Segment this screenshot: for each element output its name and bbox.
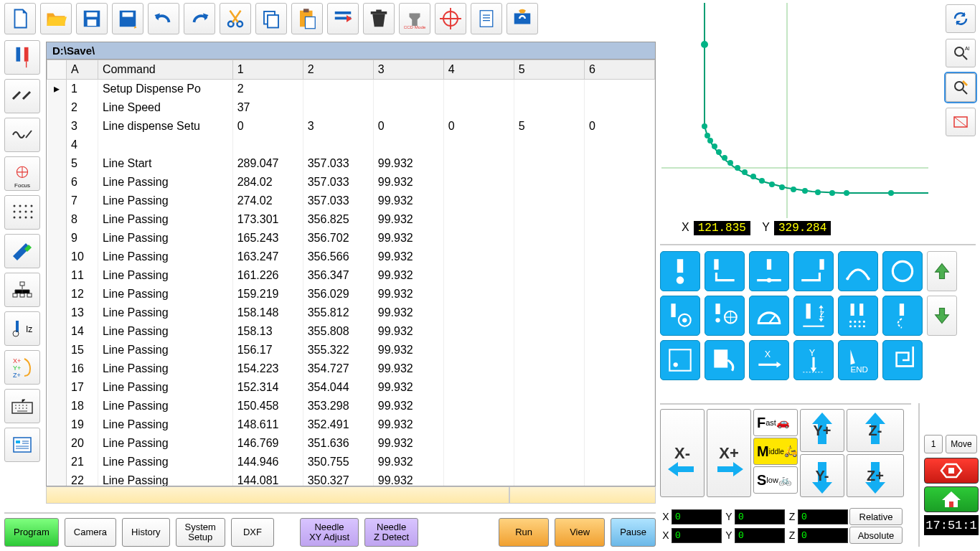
line-setup-button[interactable] bbox=[705, 296, 745, 336]
rel-x-input[interactable]: 0 bbox=[672, 509, 722, 524]
wave-tool-button[interactable] bbox=[4, 118, 40, 152]
pause-button[interactable]: Pause bbox=[611, 518, 656, 547]
grid-tool-button[interactable] bbox=[4, 195, 40, 230]
speed-fast-button[interactable]: Fast 🚗 bbox=[753, 409, 798, 436]
system-setup-tab[interactable]: System Setup bbox=[176, 518, 225, 547]
needle-array-button[interactable] bbox=[838, 296, 878, 336]
tree-tool-button[interactable] bbox=[4, 273, 40, 307]
needle-tool-button[interactable] bbox=[4, 40, 40, 75]
y-offset-button[interactable]: Y bbox=[793, 340, 834, 380]
jog-y-plus[interactable]: Y+ bbox=[800, 409, 844, 452]
undo-button[interactable] bbox=[148, 3, 179, 34]
mark-point-button[interactable] bbox=[660, 340, 700, 380]
speed-button[interactable] bbox=[749, 296, 789, 336]
redo-button[interactable] bbox=[184, 3, 215, 34]
xyz-offset-button[interactable]: X+Y+Z+ bbox=[4, 350, 40, 385]
table-row[interactable]: 17Line Passing152.314354.04499.932 bbox=[47, 378, 655, 397]
table-row[interactable]: 12Line Passing159.219356.02999.932 bbox=[47, 285, 655, 303]
jog-x-plus[interactable]: X+ bbox=[707, 409, 751, 497]
z-clearance-button[interactable]: Z bbox=[793, 296, 834, 336]
rel-y-input[interactable]: 0 bbox=[735, 509, 785, 524]
list-down-button[interactable] bbox=[927, 296, 957, 336]
table-row[interactable]: ▸1Setup Dispense Po2 bbox=[47, 80, 655, 98]
table-row[interactable]: 4 bbox=[47, 136, 655, 154]
save-as-button[interactable] bbox=[112, 3, 143, 34]
line-end-button[interactable] bbox=[793, 251, 834, 291]
table-row[interactable]: 2Line Speed37 bbox=[47, 98, 655, 117]
table-row[interactable]: 22Line Passing144.081350.32799.932 bbox=[47, 471, 655, 487]
path-preview[interactable] bbox=[661, 3, 928, 218]
spiral-button[interactable] bbox=[882, 340, 923, 380]
abs-z-input[interactable]: 0 bbox=[798, 528, 848, 543]
table-row[interactable]: 20Line Passing146.769351.63699.932 bbox=[47, 434, 655, 453]
circle-button[interactable] bbox=[882, 251, 923, 291]
table-row[interactable]: 16Line Passing154.223354.72799.932 bbox=[47, 359, 655, 378]
focus-button[interactable]: Focus bbox=[4, 156, 40, 191]
jog-y-minus[interactable]: Y- bbox=[800, 454, 844, 497]
jog-z-minus[interactable]: Z- bbox=[847, 409, 904, 452]
table-row[interactable]: 5Line Start289.047357.03399.932 bbox=[47, 154, 655, 173]
table-row[interactable]: 21Line Passing144.946350.75599.932 bbox=[47, 453, 655, 471]
insert-row-button[interactable] bbox=[327, 3, 359, 34]
history-tab[interactable]: History bbox=[122, 518, 169, 547]
crosshair-button[interactable] bbox=[435, 3, 466, 34]
table-row[interactable]: 11Line Passing161.226356.34799.932 bbox=[47, 266, 655, 285]
measure-tool-button[interactable] bbox=[4, 234, 40, 268]
new-file-button[interactable] bbox=[4, 3, 36, 34]
camera-tab[interactable]: Camera bbox=[65, 518, 116, 547]
table-row[interactable]: 18Line Passing150.458353.29899.932 bbox=[47, 397, 655, 415]
zoom-window-button[interactable] bbox=[946, 108, 976, 136]
paste-button[interactable] bbox=[291, 3, 323, 34]
refresh-monitor-button[interactable] bbox=[507, 3, 538, 34]
copy-button[interactable] bbox=[255, 3, 287, 34]
zoom-select-button[interactable] bbox=[946, 73, 976, 102]
absolute-button[interactable]: Absolute bbox=[849, 527, 903, 544]
table-row[interactable]: 10Line Passing163.247356.56699.932 bbox=[47, 248, 655, 266]
open-file-button[interactable] bbox=[40, 3, 72, 34]
table-row[interactable]: 6Line Passing284.02357.03399.932 bbox=[47, 173, 655, 192]
move-button[interactable]: Move bbox=[946, 435, 977, 453]
program-tab[interactable]: Program bbox=[4, 518, 59, 547]
speed-middle-button[interactable]: Middle🛵 bbox=[753, 438, 798, 465]
step-1-button[interactable]: 1 bbox=[924, 435, 943, 453]
abs-y-input[interactable]: 0 bbox=[735, 528, 785, 543]
line-tool-button[interactable] bbox=[4, 79, 40, 113]
table-row[interactable]: 15Line Passing156.17355.32299.932 bbox=[47, 341, 655, 359]
needle-xy-button[interactable]: Needle XY Adjust bbox=[300, 518, 359, 547]
table-row[interactable]: 13Line Passing158.148355.81299.932 bbox=[47, 303, 655, 322]
fill-area-button[interactable] bbox=[705, 340, 745, 380]
table-row[interactable]: 19Line Passing148.611352.49199.932 bbox=[47, 415, 655, 434]
dxf-tab[interactable]: DXF bbox=[231, 518, 274, 547]
needle-z-button[interactable]: Needle Z Detect bbox=[364, 518, 418, 547]
config-z-button[interactable]: Iz bbox=[4, 311, 40, 346]
table-row[interactable]: 14Line Passing158.13355.80899.932 bbox=[47, 322, 655, 341]
program-list-button[interactable] bbox=[4, 428, 40, 462]
speed-slow-button[interactable]: Slow 🚲 bbox=[753, 466, 798, 494]
ccd-mode-button[interactable]: CCD Mode bbox=[399, 3, 430, 34]
jog-z-plus[interactable]: Z+ bbox=[847, 454, 904, 497]
rel-z-input[interactable]: 0 bbox=[798, 509, 848, 524]
list-up-button[interactable] bbox=[927, 251, 957, 291]
dispense-setup-button[interactable] bbox=[660, 296, 700, 336]
home-button[interactable] bbox=[924, 486, 979, 512]
refresh-preview-button[interactable] bbox=[946, 4, 976, 33]
delete-button[interactable] bbox=[363, 3, 395, 34]
line-passing-button[interactable] bbox=[749, 251, 789, 291]
save-button[interactable] bbox=[76, 3, 108, 34]
end-program-button[interactable]: END bbox=[838, 340, 878, 380]
run-button[interactable]: Run bbox=[499, 518, 549, 547]
command-grid[interactable]: ACommand123456▸1Setup Dispense Po22Line … bbox=[46, 60, 656, 486]
cut-button[interactable] bbox=[220, 3, 251, 34]
table-row[interactable]: 8Line Passing173.301356.82599.932 bbox=[47, 210, 655, 229]
table-row[interactable]: 3Line dispense Setu030050 bbox=[47, 117, 655, 136]
document-button[interactable] bbox=[471, 3, 502, 34]
relative-button[interactable]: Relative bbox=[849, 508, 903, 525]
abs-x-input[interactable]: 0 bbox=[672, 528, 722, 543]
needle-path-button[interactable] bbox=[882, 296, 923, 336]
dispense-dot-button[interactable] bbox=[660, 251, 700, 291]
table-row[interactable]: 7Line Passing274.02357.03399.932 bbox=[47, 192, 655, 210]
zoom-all-button[interactable]: All bbox=[946, 39, 976, 67]
table-row[interactable]: 9Line Passing165.243356.70299.932 bbox=[47, 229, 655, 248]
stop-button[interactable] bbox=[924, 458, 979, 484]
arc-button[interactable] bbox=[838, 251, 878, 291]
